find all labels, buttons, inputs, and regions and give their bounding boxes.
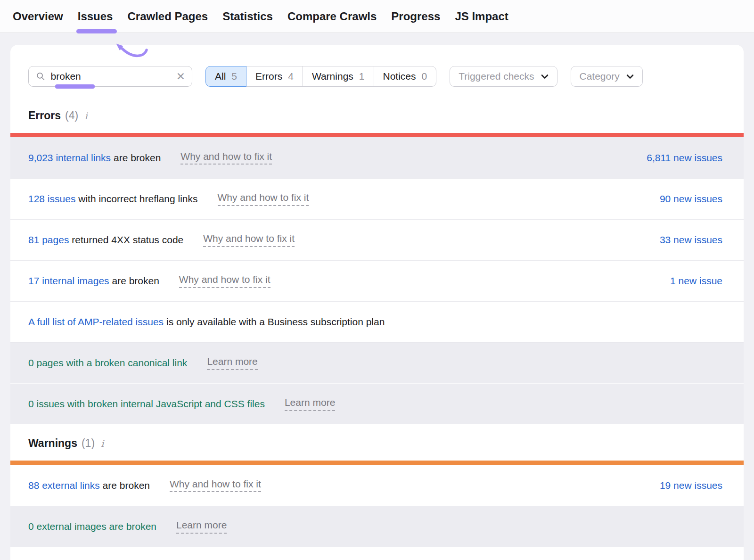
issue-description: are broken [111, 152, 161, 164]
severity-filter-segment[interactable]: Warnings 1 [303, 66, 374, 87]
issue-link[interactable]: 17 internal images [28, 275, 109, 287]
nav-tab[interactable]: Crawled Pages [127, 10, 208, 23]
errors-severity-bar [10, 133, 744, 137]
severity-filter-segment[interactable]: Errors 4 [246, 66, 303, 87]
section-count: (4) [65, 109, 78, 122]
nav-tab[interactable]: Issues [78, 10, 113, 23]
issue-row: 0 issues with broken internal JavaScript… [10, 383, 744, 424]
nav-tab-label: Issues [78, 10, 113, 23]
issues-panel: ✕ All 5 Errors 4 Warnings 1 [10, 45, 744, 560]
severity-filter-count: 0 [422, 71, 427, 82]
issue-row: 88 external links are broken Why and how… [10, 465, 744, 506]
nav-tab-label: Statistics [222, 10, 273, 23]
severity-filter-label: Errors [255, 71, 282, 82]
issue-link[interactable]: 128 issues [28, 193, 75, 205]
issue-search-box[interactable]: ✕ [28, 66, 192, 87]
nav-tab[interactable]: Overview [13, 10, 63, 23]
issue-help-link[interactable]: Learn more [207, 356, 257, 370]
new-issues-link[interactable]: 90 new issues [660, 193, 722, 205]
issue-description: returned 4XX status code [69, 234, 183, 246]
filter-dropdown-label: Category [580, 71, 620, 82]
severity-filter-count: 1 [359, 71, 365, 82]
issue-link[interactable]: 0 pages with a broken canonical link [28, 357, 187, 369]
nav-tab-label: Overview [13, 10, 63, 23]
filter-dropdown-label: Triggered checks [459, 71, 534, 82]
section-title: Warnings [28, 437, 77, 450]
issue-help-link[interactable]: Learn more [285, 397, 335, 411]
issue-row: 17 internal images are broken Why and ho… [10, 260, 744, 301]
issue-description: are broken [109, 275, 159, 287]
severity-filter-segment[interactable]: Notices 0 [374, 66, 437, 87]
severity-filter-label: All [215, 71, 226, 82]
issue-row: 81 pages returned 4XX status code Why an… [10, 219, 744, 260]
severity-filter-label: Warnings [312, 71, 353, 82]
search-term-underline [55, 84, 95, 89]
nav-tab-label: Progress [391, 10, 440, 23]
warnings-severity-bar [10, 461, 744, 465]
section-count: (1) [82, 437, 95, 450]
issue-help-link[interactable]: Why and how to fix it [170, 478, 261, 492]
issue-help-link[interactable]: Why and how to fix it [180, 151, 272, 165]
section-title: Errors [28, 109, 61, 122]
issue-link[interactable]: 0 issues with broken internal JavaScript… [28, 398, 265, 410]
severity-filter-count: 5 [231, 71, 237, 82]
active-tab-underline [76, 29, 117, 33]
severity-filter-group: All 5 Errors 4 Warnings 1 Notices 0 [206, 66, 436, 87]
info-icon[interactable]: i [84, 110, 87, 122]
search-input[interactable] [51, 71, 176, 82]
tab-list: Overview Issues Crawled Pages Statistics… [13, 10, 508, 23]
severity-filter-count: 4 [288, 71, 294, 82]
chevron-down-icon [541, 74, 549, 79]
issue-link[interactable]: 0 external images are broken [28, 521, 156, 532]
issue-description: are broken [100, 480, 150, 491]
errors-section-header: Errors (4) i [10, 87, 744, 133]
issue-help-link[interactable]: Why and how to fix it [179, 274, 270, 288]
issue-link[interactable]: 88 external links [28, 480, 100, 491]
issue-row: 128 issues with incorrect hreflang links… [10, 178, 744, 219]
new-issues-link[interactable]: 6,811 new issues [647, 152, 722, 164]
new-issues-link[interactable]: 19 new issues [660, 480, 722, 491]
annotation-arrow-icon [110, 38, 150, 60]
nav-tab-label: Crawled Pages [127, 10, 208, 23]
issue-link[interactable]: 9,023 internal links [28, 152, 111, 164]
nav-tab[interactable]: Compare Crawls [287, 10, 377, 23]
warnings-row-list: 88 external links are broken Why and how… [10, 465, 744, 547]
chevron-down-icon [626, 74, 634, 79]
warnings-section-header: Warnings (1) i [10, 424, 744, 461]
issue-help-link[interactable]: Why and how to fix it [203, 233, 295, 247]
filter-dropdowns: Triggered checks Category [436, 66, 643, 87]
issue-row: 0 external images are broken Learn more [10, 506, 744, 547]
issue-description: with incorrect hreflang links [75, 193, 197, 205]
severity-filter-label: Notices [383, 71, 416, 82]
nav-tab[interactable]: Progress [391, 10, 440, 23]
new-issues-link[interactable]: 33 new issues [660, 234, 722, 246]
issue-description: is only available with a Business subscr… [164, 316, 385, 328]
search-icon [36, 71, 45, 82]
nav-tab-label: Compare Crawls [287, 10, 377, 23]
filter-dropdown[interactable]: Triggered checks [450, 66, 557, 87]
nav-tab[interactable]: JS Impact [455, 10, 508, 23]
issue-row: 0 pages with a broken canonical link Lea… [10, 342, 744, 383]
severity-filter-segment[interactable]: All 5 [205, 66, 246, 87]
filter-dropdown[interactable]: Category [571, 66, 643, 87]
issue-help-link[interactable]: Why and how to fix it [218, 192, 309, 206]
site-audit-tab-bar: Overview Issues Crawled Pages Statistics… [0, 0, 754, 33]
nav-tab[interactable]: Statistics [222, 10, 273, 23]
issue-row: 9,023 internal links are broken Why and … [10, 137, 744, 178]
new-issues-link[interactable]: 1 new issue [670, 275, 722, 287]
issue-help-link[interactable]: Learn more [176, 519, 227, 533]
issue-link[interactable]: 81 pages [28, 234, 69, 246]
issue-link[interactable]: A full list of AMP-related issues [28, 316, 164, 328]
nav-tab-label: JS Impact [455, 10, 508, 23]
issue-row: A full list of AMP-related issues is onl… [10, 301, 744, 342]
errors-row-list: 9,023 internal links are broken Why and … [10, 137, 744, 424]
info-icon[interactable]: i [101, 438, 104, 449]
clear-search-icon[interactable]: ✕ [176, 71, 185, 82]
